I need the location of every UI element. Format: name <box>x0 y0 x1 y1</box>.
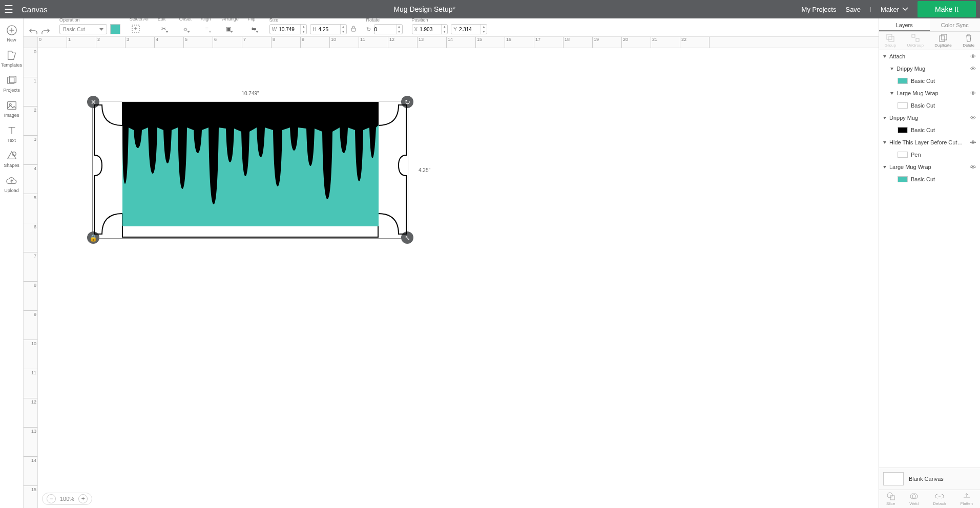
rotate-icon[interactable]: ↻ <box>366 26 371 33</box>
upload-label: Upload <box>4 188 19 193</box>
ruler-tick: 3 <box>126 37 155 48</box>
undo-icon[interactable] <box>29 27 38 34</box>
edit-label: Edit <box>158 18 170 22</box>
left-rail: New Templates Projects Images Text Shape… <box>0 18 24 508</box>
ruler-tick: 7 <box>24 252 37 282</box>
context-toolbar: Operation Basic Cut Select All Edit ✂ Of… <box>24 18 879 37</box>
visibility-icon[interactable]: 👁 <box>970 115 976 121</box>
layer-name: Hide This Layer Before Cut… <box>889 139 963 145</box>
zoom-out-button[interactable]: − <box>47 494 56 503</box>
color-swatch[interactable] <box>110 24 120 34</box>
weld-button[interactable]: Weld <box>909 492 919 506</box>
my-projects-link[interactable]: My Projects <box>802 6 837 13</box>
offset-button[interactable]: ☼ <box>179 23 192 34</box>
selected-group[interactable]: 10.749" 4.25" ✕ ↻ 🔒 ⤡ <box>93 102 407 238</box>
layer-row[interactable]: Large Mug Wrap👁 <box>879 161 980 173</box>
layer-row[interactable]: Basic Cut <box>879 75 980 87</box>
chevron-down-icon <box>883 141 886 144</box>
ruler-tick: 6 <box>24 223 37 252</box>
center-column: Operation Basic Cut Select All Edit ✂ Of… <box>24 18 879 508</box>
ruler-tick: 11 <box>24 369 37 398</box>
ungroup-button[interactable]: UnGroup <box>907 34 923 48</box>
app-title: Canvas <box>22 5 48 14</box>
arrange-label: Arrange <box>222 18 239 22</box>
operation-group: Operation Basic Cut <box>59 18 120 34</box>
zoom-in-button[interactable]: + <box>78 494 88 503</box>
rotate-input[interactable]: ▲▼ <box>374 24 403 34</box>
redo-icon[interactable] <box>41 27 50 34</box>
operation-select[interactable]: Basic Cut <box>59 24 107 34</box>
templates-button[interactable]: Templates <box>0 48 23 70</box>
layer-row[interactable]: Attach👁 <box>879 50 980 62</box>
flip-button[interactable]: ⇋ <box>248 23 260 34</box>
text-button[interactable]: Text <box>0 123 23 145</box>
delete-button[interactable]: Delete <box>963 34 974 48</box>
layer-row[interactable]: Basic Cut <box>879 124 980 136</box>
project-title[interactable]: Mug Design Setup* <box>393 5 455 13</box>
detach-button[interactable]: Detach <box>933 492 946 506</box>
images-button[interactable]: Images <box>0 98 23 120</box>
select-all-button[interactable] <box>130 23 142 34</box>
lock-aspect-icon[interactable] <box>350 25 357 33</box>
chevron-down-icon <box>99 28 103 31</box>
chevron-down-icon <box>230 31 233 33</box>
height-input[interactable]: H▲▼ <box>310 24 346 34</box>
main: New Templates Projects Images Text Shape… <box>0 18 980 508</box>
chevron-down-icon <box>883 55 886 58</box>
layer-name: Basic Cut <box>911 78 935 84</box>
layer-row[interactable]: Large Mug Wrap👁 <box>879 87 980 99</box>
edit-button[interactable]: ✂ <box>158 23 170 34</box>
right-panel: Layers Color Sync Group UnGroup Duplicat… <box>879 18 980 508</box>
canvas-wrap: 012345678910111213141516171819202122 012… <box>24 37 879 508</box>
layer-name: Large Mug Wrap <box>896 90 939 96</box>
x-input[interactable]: X▲▼ <box>412 24 448 34</box>
ruler-tick: 21 <box>651 37 680 48</box>
tab-color-sync[interactable]: Color Sync <box>930 18 981 31</box>
visibility-icon[interactable]: 👁 <box>970 139 976 145</box>
ruler-tick: 13 <box>418 37 447 48</box>
visibility-icon[interactable]: 👁 <box>970 66 976 72</box>
width-input[interactable]: W▲▼ <box>269 24 307 34</box>
visibility-icon[interactable]: 👁 <box>970 164 976 170</box>
slice-button[interactable]: Slice <box>886 492 895 506</box>
ruler-tick: 0 <box>38 37 67 48</box>
layer-row[interactable]: Pen <box>879 149 980 161</box>
chevron-down-icon <box>256 31 259 33</box>
visibility-icon[interactable]: 👁 <box>970 90 976 96</box>
tab-layers[interactable]: Layers <box>879 18 930 31</box>
save-button[interactable]: Save <box>845 6 861 13</box>
arrange-button[interactable]: ▣ <box>222 23 235 34</box>
right-panel-tabs: Layers Color Sync <box>879 18 980 32</box>
layer-row[interactable]: Drippy Mug👁 <box>879 112 980 124</box>
machine-select[interactable]: Maker <box>881 6 908 13</box>
flatten-button[interactable]: Flatten <box>961 492 973 506</box>
chevron-down-icon <box>883 117 886 119</box>
ruler-tick: 18 <box>564 37 593 48</box>
layer-row[interactable]: Basic Cut <box>879 173 980 185</box>
menu-icon[interactable]: ☰ <box>4 3 13 15</box>
ruler-tick: 2 <box>24 107 37 136</box>
svg-rect-9 <box>889 36 894 41</box>
group-button[interactable]: Group <box>885 34 896 48</box>
blank-canvas-thumb <box>883 472 904 485</box>
new-button[interactable]: New <box>0 23 23 45</box>
layer-row[interactable]: Drippy Mug👁 <box>879 62 980 75</box>
svg-rect-3 <box>7 102 16 110</box>
layer-row[interactable]: Basic Cut <box>879 99 980 112</box>
upload-button[interactable]: Upload <box>0 173 23 195</box>
make-it-button[interactable]: Make It <box>918 1 976 17</box>
projects-button[interactable]: Projects <box>0 73 23 95</box>
blank-canvas-row[interactable]: Blank Canvas <box>879 468 980 490</box>
align-button[interactable]: ≡ <box>201 23 213 34</box>
images-label: Images <box>4 113 19 118</box>
layer-row[interactable]: Hide This Layer Before Cut…👁 <box>879 136 980 149</box>
y-input[interactable]: Y▲▼ <box>451 24 487 34</box>
canvas-area[interactable]: 10.749" 4.25" ✕ ↻ 🔒 ⤡ <box>38 48 879 508</box>
new-label: New <box>7 37 16 43</box>
svg-point-14 <box>887 493 892 498</box>
ruler-tick: 12 <box>24 398 37 428</box>
zoom-control[interactable]: − 100% + <box>42 493 92 505</box>
duplicate-button[interactable]: Duplicate <box>934 34 951 48</box>
shapes-button[interactable]: Shapes <box>0 148 23 170</box>
visibility-icon[interactable]: 👁 <box>970 53 976 59</box>
